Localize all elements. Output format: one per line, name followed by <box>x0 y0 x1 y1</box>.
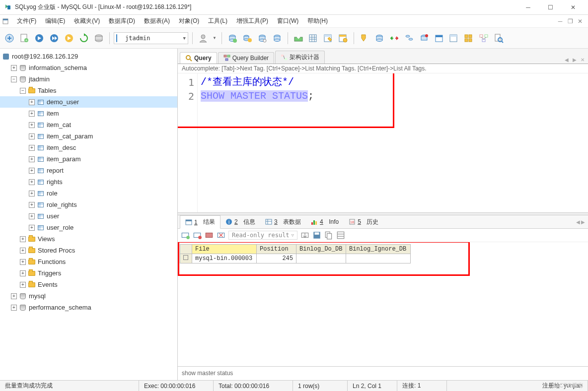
tree-expander[interactable]: + <box>11 65 17 71</box>
tree-database[interactable]: +information_schema <box>0 62 177 73</box>
menu-table[interactable]: 数据表(A) <box>140 15 174 27</box>
minimize-button[interactable]: ─ <box>517 0 539 14</box>
tree-table[interactable]: +demo_user <box>0 96 177 108</box>
result-grid[interactable]: FilePositionBinlog_Do_DBBinlog_Ignore_DB… <box>178 242 588 366</box>
copy-icon[interactable] <box>324 231 333 240</box>
db-copy-button[interactable] <box>241 32 254 45</box>
save-icon[interactable] <box>312 231 321 240</box>
db-sync-button[interactable] <box>226 32 239 45</box>
tree-table[interactable]: +user_role <box>0 222 177 233</box>
save-changes-icon[interactable] <box>205 231 214 240</box>
sql-code[interactable]: /*查看主库的状态*/ SHOW MASTER STATUS; <box>198 73 588 212</box>
execute-all-button[interactable] <box>48 32 61 45</box>
tree-expander[interactable]: + <box>20 236 26 242</box>
tabs-next-icon[interactable]: ▶ <box>571 56 578 64</box>
column-header[interactable]: Position <box>257 245 296 254</box>
tab-schema-designer[interactable]: 架构设计器 <box>275 51 325 64</box>
mdi-minimize-icon[interactable]: ─ <box>556 17 564 25</box>
tree-expander[interactable]: + <box>29 179 35 185</box>
mdi-close-icon[interactable]: ✕ <box>576 17 584 25</box>
tree-expander[interactable]: − <box>20 88 26 94</box>
notifications-button[interactable] <box>418 32 431 45</box>
row-selector[interactable] <box>180 254 192 263</box>
tree-expander[interactable]: + <box>29 213 35 219</box>
tree-table[interactable]: +item <box>0 108 177 119</box>
db-diff-button[interactable] <box>271 32 284 45</box>
result-tab-info2[interactable]: 4 Info <box>306 216 344 227</box>
tree-root[interactable]: root@192.168.126.129 <box>0 51 177 62</box>
menu-help[interactable]: 帮助(H) <box>303 15 332 27</box>
tree-folder[interactable]: +Functions <box>0 256 177 267</box>
tabs-close-icon[interactable]: ✕ <box>579 56 586 64</box>
tree-expander[interactable]: + <box>29 133 35 139</box>
user-manager-button[interactable] <box>197 32 210 45</box>
tree-expander[interactable]: + <box>20 259 26 265</box>
menu-favorites[interactable]: 收藏夹(V) <box>70 15 104 27</box>
tree-table[interactable]: +item_cat <box>0 119 177 130</box>
tree-database[interactable]: +mysql <box>0 290 177 302</box>
tree-table[interactable]: +rights <box>0 176 177 188</box>
flush-button[interactable] <box>358 32 371 45</box>
column-header[interactable]: File <box>192 245 257 254</box>
tree-expander[interactable]: + <box>11 293 17 299</box>
rtabs-prev-icon[interactable]: ◀ <box>576 219 580 225</box>
menu-window[interactable]: 窗口(W) <box>273 15 302 27</box>
tree-table[interactable]: +item_cat_param <box>0 130 177 142</box>
db-tool1-button[interactable] <box>373 32 386 45</box>
tree-database[interactable]: −jtadmin <box>0 73 177 85</box>
result-tab-history[interactable]: 18 5 历史 <box>344 216 383 228</box>
tree-expander[interactable]: + <box>20 270 26 276</box>
object-browser[interactable]: root@192.168.126.129 +information_schema… <box>0 49 178 380</box>
execute-query-button[interactable] <box>33 32 46 45</box>
tree-expander[interactable]: + <box>29 168 35 174</box>
tree-database[interactable]: +performance_schema <box>0 302 177 313</box>
stop-button[interactable] <box>92 32 105 45</box>
tree-expander[interactable]: + <box>20 248 26 254</box>
menu-objects[interactable]: 对象(O) <box>175 15 203 27</box>
tree-expander[interactable]: + <box>29 111 35 117</box>
menu-edit[interactable]: 编辑(E) <box>41 15 69 27</box>
menu-file[interactable]: 文件(F) <box>13 15 40 27</box>
tree-expander[interactable]: + <box>29 99 35 105</box>
tab-query-builder[interactable]: Query Builder <box>218 52 274 64</box>
db-schedule-button[interactable] <box>256 32 269 45</box>
cancel-changes-icon[interactable] <box>217 231 225 240</box>
tree-expander[interactable]: + <box>11 305 17 311</box>
tree-table[interactable]: +role <box>0 188 177 199</box>
execute-explain-button[interactable] <box>63 32 75 45</box>
table-grid-button[interactable] <box>307 32 320 45</box>
tabs-prev-icon[interactable]: ◀ <box>563 56 570 64</box>
close-button[interactable]: ✕ <box>562 0 584 14</box>
sql-editor[interactable]: 12 /*查看主库的状态*/ SHOW MASTER STATUS; <box>178 73 588 212</box>
menu-powertools[interactable]: 增强工具(P) <box>232 15 272 27</box>
database-selector[interactable]: jtadmin ▼ <box>114 32 188 44</box>
new-connection-button[interactable] <box>3 32 16 45</box>
calendar-button[interactable] <box>433 32 445 45</box>
delete-row-icon[interactable] <box>193 231 202 240</box>
column-header[interactable]: Binlog_Do_DB <box>296 245 346 254</box>
mdi-restore-icon[interactable]: ❐ <box>566 17 574 25</box>
tab-query[interactable]: Query <box>180 52 217 64</box>
rtabs-next-icon[interactable]: ▶ <box>581 219 585 225</box>
tree-expander[interactable]: + <box>29 145 35 151</box>
tree-expander[interactable]: + <box>29 225 35 231</box>
table-index-button[interactable] <box>337 32 350 45</box>
tree-folder[interactable]: +Triggers <box>0 267 177 279</box>
db-diff2-button[interactable] <box>388 32 401 45</box>
maximize-button[interactable]: ☐ <box>539 0 562 14</box>
tree-expander[interactable]: − <box>11 76 17 82</box>
tree-expander[interactable]: + <box>29 122 35 128</box>
grid-view-button[interactable] <box>462 32 475 45</box>
tree-expander[interactable]: + <box>29 191 35 196</box>
result-tab-tabledata[interactable]: 3 表数据 <box>260 216 306 228</box>
grid-cell[interactable]: 245 <box>257 254 296 263</box>
tree-expander[interactable]: + <box>29 202 35 208</box>
result-tab-result[interactable]: 1 结果 <box>180 215 220 229</box>
tree-folder[interactable]: +Views <box>0 233 177 245</box>
tree-table[interactable]: +report <box>0 165 177 176</box>
import-button[interactable] <box>292 32 305 45</box>
tree-folder[interactable]: +Events <box>0 279 177 290</box>
grid-cell[interactable]: mysql-bin.000003 <box>192 254 257 263</box>
table-props-button[interactable] <box>447 32 460 45</box>
tree-folder[interactable]: +Stored Procs <box>0 245 177 256</box>
